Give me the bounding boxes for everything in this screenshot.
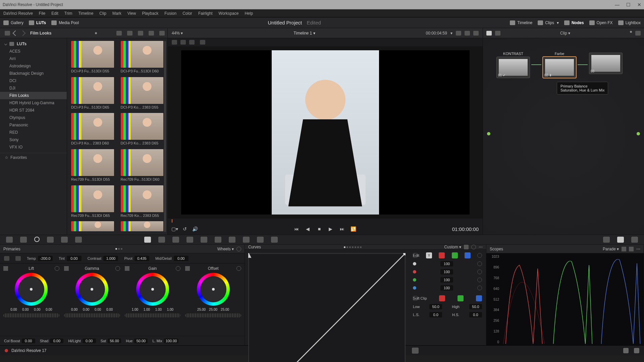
wheels-mode[interactable]: Wheels ▾ [217,247,234,251]
edit-reset-icon[interactable] [477,253,482,258]
menu-fusion[interactable]: Fusion [164,11,176,16]
master-jog[interactable] [3,313,59,317]
lut-thumb[interactable]: Rec709 Fu...513DI D65 [71,185,114,218]
tint-value[interactable]: 0.00 [67,256,82,261]
picker-icon[interactable] [185,266,190,271]
reset-y-icon[interactable] [477,261,482,266]
tree-root[interactable]: LUTs [0,40,67,48]
project-settings-icon[interactable] [634,348,639,353]
menu-app[interactable]: DaVinci Resolve [3,11,33,16]
3d-icon[interactable] [271,237,278,243]
magic-icon[interactable] [200,40,205,45]
room-deliver[interactable] [412,348,419,354]
scopes-view-icon[interactable] [622,247,626,251]
menu-edit[interactable]: Edit [51,11,58,16]
color-wheel[interactable] [136,273,169,306]
primaries-reset-icon[interactable] [236,247,241,251]
wheel-reset-icon[interactable] [55,266,59,271]
link-channels-icon[interactable] [413,253,418,258]
lut-thumb[interactable]: DCI-P3 Fu...513DI D60 [121,41,164,74]
menu-file[interactable]: File [39,11,45,16]
tree-item[interactable]: VFX IO [0,143,67,151]
sizing-icon[interactable] [257,237,264,243]
curves-dots[interactable] [344,246,362,248]
nodes-button[interactable]: Nodes [564,20,584,25]
temp-value[interactable]: -200.0 [38,256,53,261]
wheel-value[interactable]: 0.00 [32,308,43,311]
keyframe-icon[interactable] [603,237,610,243]
tree-item[interactable]: Astrodesign [0,62,67,70]
middetail-value[interactable]: 0.00 [174,256,189,261]
color-wheel[interactable] [15,273,48,306]
pivot-value[interactable]: 0.435 [135,256,149,261]
sort-icon[interactable] [116,31,122,36]
magic-mask-icon[interactable] [215,237,221,243]
tree-item[interactable]: Olympus [0,114,67,121]
tree-item[interactable]: Film Looks [0,92,67,99]
scopes-more-icon[interactable]: ⋯ [636,247,640,251]
softclip-link-icon[interactable] [413,296,418,301]
wheel-value[interactable]: 1.00 [141,308,152,311]
softclip-low[interactable]: 50.0 [429,304,442,309]
node-mode[interactable]: Clip ▾ [560,31,570,36]
highlight-icon[interactable] [189,40,195,45]
wheel-value[interactable]: 1.00 [165,308,175,311]
camera-raw-icon[interactable] [6,237,13,243]
node-2[interactable]: Farbe 02 ⬍ [543,52,576,78]
page-dots[interactable] [115,248,122,250]
lut-thumb[interactable]: DCI-P3 Ko... 2383 D55 [121,77,164,110]
curves-expand-icon[interactable] [464,245,469,249]
channel-g[interactable] [452,252,458,258]
wheel-value[interactable]: 0.00 [69,308,80,311]
menu-playback[interactable]: Playback [142,11,158,16]
menu-workspace[interactable]: Workspace [219,11,239,16]
source-pin[interactable] [487,132,490,135]
channel-r[interactable] [439,252,445,258]
master-jog[interactable] [185,313,241,317]
channel-b[interactable] [465,252,471,258]
softclip-hs[interactable]: 0.0 [469,312,482,317]
viewer-duration[interactable]: 00:00:04:59 [426,31,447,36]
wheel-value[interactable]: 0.00 [93,308,103,311]
search-icon[interactable] [149,31,154,36]
softclip-b[interactable] [476,295,482,301]
wheel-value[interactable]: 1.00 [153,308,164,311]
lmix-value[interactable]: 100.00 [164,339,179,343]
wheel-value[interactable]: 0.00 [8,308,19,311]
master-jog[interactable] [125,313,181,317]
lut-thumb[interactable] [121,221,164,232]
pointer-icon[interactable] [486,31,492,36]
channel-y[interactable]: Y [426,252,432,258]
lut-thumb[interactable] [71,221,114,232]
softclip-g[interactable] [458,295,464,301]
pick-white-icon[interactable] [15,256,21,261]
lut-thumb[interactable]: DCI-P3 Fu...513DI D65 [71,77,114,110]
gallery-button[interactable]: Gallery [3,20,23,25]
grid-view-icon[interactable] [127,31,132,36]
wheel-value[interactable]: 1.00 [129,308,140,311]
menu-clip[interactable]: Clip [99,11,106,16]
tree-item[interactable]: DJI [0,84,67,92]
color-wheel[interactable] [75,273,108,306]
hilight-value[interactable]: 0.00 [83,339,96,343]
auto-balance-icon[interactable] [4,256,9,261]
panel-menu-icon[interactable] [5,31,10,36]
timeline-name[interactable]: Timeline 1 ▾ [293,31,315,36]
go-first-icon[interactable]: ⏮ [293,226,300,232]
picker-icon[interactable] [125,266,129,271]
tree-item[interactable]: DCI [0,77,67,84]
nav-forward-icon[interactable] [20,30,26,36]
more-icon[interactable] [159,31,165,36]
tree-item[interactable]: Blackmagic Design [0,70,67,77]
wheel-reset-icon[interactable] [176,266,180,271]
intensity-g[interactable]: 100 [440,277,453,283]
tree-item[interactable]: HDR ST 2084 [0,107,67,114]
tree-item[interactable]: Panasonic [0,121,67,129]
viewer-zoom[interactable]: 44% ▾ [172,31,183,36]
tree-item[interactable]: ACES [0,48,67,55]
softclip-r[interactable] [439,295,445,301]
softclip-ls[interactable]: 0.0 [429,312,442,317]
wheel-value[interactable]: 0.00 [44,308,54,311]
master-jog[interactable] [64,313,120,317]
curve-graph[interactable] [248,253,406,362]
